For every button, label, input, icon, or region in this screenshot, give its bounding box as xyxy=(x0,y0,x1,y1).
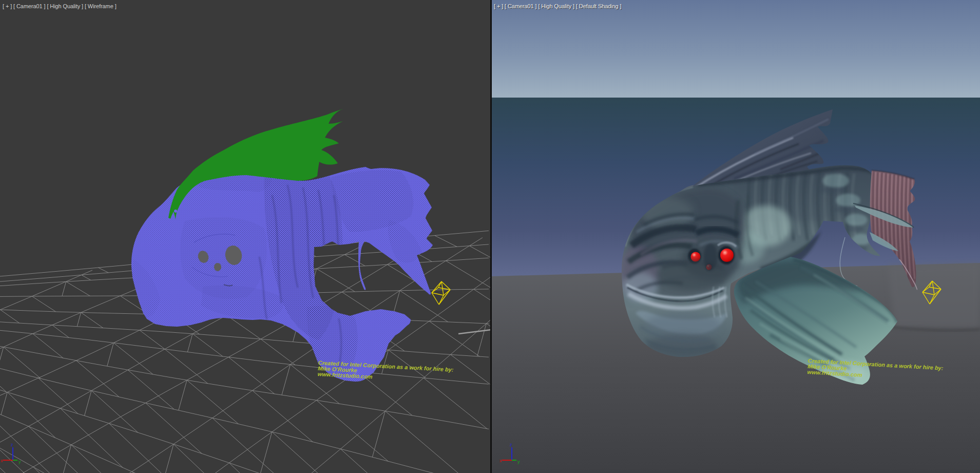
svg-text:x: x xyxy=(1,458,3,463)
svg-text:x: x xyxy=(499,458,502,463)
svg-text:z: z xyxy=(510,442,512,447)
svg-text:y: y xyxy=(517,459,520,464)
svg-text:z: z xyxy=(11,442,13,447)
svg-text:y: y xyxy=(18,459,21,464)
